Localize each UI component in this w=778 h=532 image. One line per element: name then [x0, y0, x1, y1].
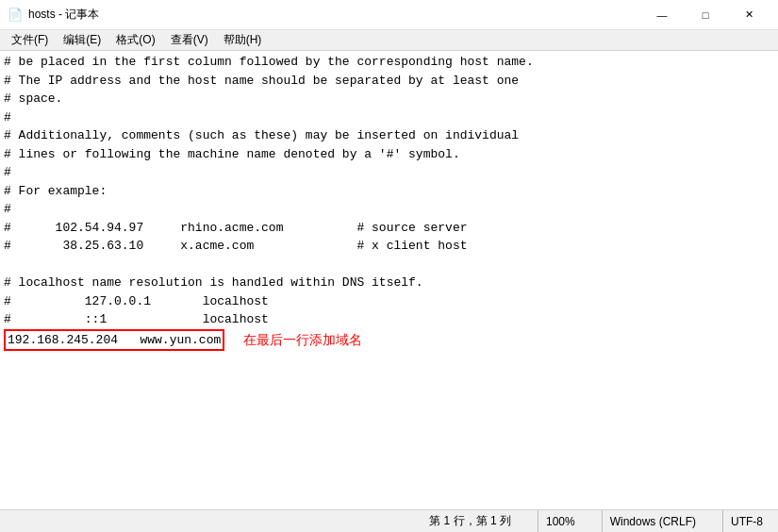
- text-line: # 127.0.0.1 localhost: [4, 292, 774, 311]
- line-ending: Windows (CRLF): [602, 510, 704, 532]
- text-line: #: [4, 163, 774, 182]
- text-line: # 38.25.63.10 x.acme.com # x client host: [4, 237, 774, 256]
- menu-bar: 文件(F) 编辑(E) 格式(O) 查看(V) 帮助(H): [0, 30, 778, 51]
- annotation-text: 在最后一行添加域名: [243, 330, 362, 350]
- close-button[interactable]: ✕: [727, 0, 770, 30]
- text-line: # 102.54.94.97 rhino.acme.com # source s…: [4, 219, 774, 238]
- highlighted-last-line: 192.168.245.204 www.yun.com在最后一行添加域名: [4, 329, 774, 352]
- text-line: [4, 256, 774, 274]
- text-line: # For example:: [4, 182, 774, 201]
- window-controls: — □ ✕: [640, 0, 770, 30]
- content-area: # be placed in the first column followed…: [0, 51, 778, 509]
- text-line: #: [4, 108, 774, 127]
- text-line: # lines or following the machine name de…: [4, 145, 774, 164]
- zoom-level: 100%: [538, 510, 583, 532]
- text-line: # space.: [4, 90, 774, 108]
- app-icon: 📄: [8, 8, 23, 23]
- menu-format[interactable]: 格式(O): [108, 30, 162, 50]
- menu-view[interactable]: 查看(V): [163, 30, 216, 50]
- encoding: UTF-8: [722, 510, 770, 532]
- text-line: # be placed in the first column followed…: [4, 53, 774, 72]
- title-bar: 📄 hosts - 记事本 — □ ✕: [0, 0, 778, 30]
- menu-file[interactable]: 文件(F): [4, 30, 56, 50]
- minimize-button[interactable]: —: [640, 0, 684, 30]
- menu-edit[interactable]: 编辑(E): [56, 30, 108, 50]
- cursor-position: 第 1 行，第 1 列: [422, 510, 519, 532]
- window-title: hosts - 记事本: [28, 7, 640, 23]
- text-line: # ::1 localhost: [4, 310, 774, 329]
- text-line: # Additionally, comments (such as these)…: [4, 126, 774, 145]
- text-editor[interactable]: # be placed in the first column followed…: [0, 51, 778, 509]
- menu-help[interactable]: 帮助(H): [216, 30, 270, 50]
- host-entry: 192.168.245.204 www.yun.com: [4, 329, 224, 352]
- text-line: # localhost name resolution is handled w…: [4, 274, 774, 292]
- maximize-button[interactable]: □: [684, 0, 727, 30]
- text-line: #: [4, 200, 774, 219]
- text-line: # The IP address and the host name shoul…: [4, 72, 774, 91]
- status-bar: 第 1 行，第 1 列 100% Windows (CRLF) UTF-8: [0, 509, 778, 532]
